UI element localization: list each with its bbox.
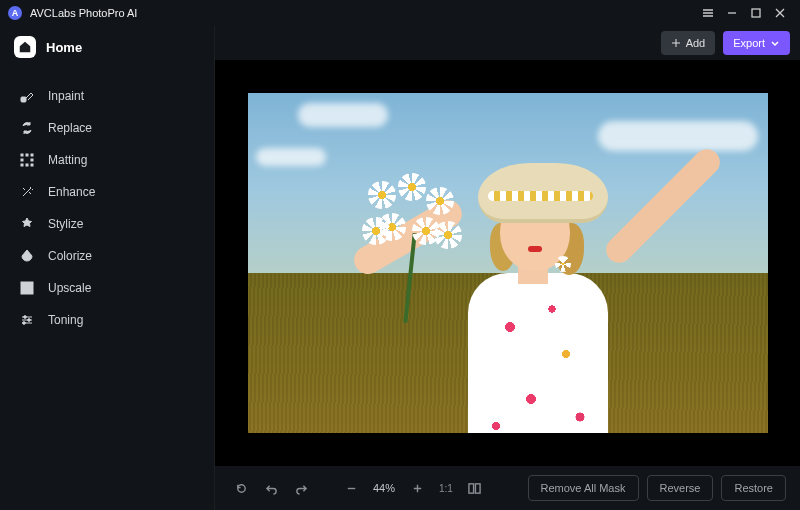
enhance-icon [18,183,36,201]
remove-mask-label: Remove All Mask [541,482,626,494]
add-label: Add [686,37,706,49]
toning-icon [18,311,36,329]
sidebar-item-label: Inpaint [48,89,84,103]
sidebar-item-label: Enhance [48,185,95,199]
remove-all-mask-button[interactable]: Remove All Mask [528,475,639,501]
zoom-percent: 44% [369,482,399,494]
svg-point-13 [23,322,26,325]
bottom-toolbar: 44% 1:1 Remove All Mask Reverse [215,466,800,510]
zoom-out-button[interactable] [339,476,363,500]
svg-rect-6 [31,159,33,161]
redo-button[interactable] [289,476,313,500]
compare-button[interactable] [463,476,487,500]
canvas-area[interactable] [215,60,800,466]
compare-icon [468,482,481,495]
svg-rect-4 [31,154,33,156]
inpaint-icon [18,87,36,105]
sidebar-item-stylize[interactable]: Stylize [0,208,214,240]
plus-icon [671,38,681,48]
svg-rect-5 [21,159,23,161]
photo-preview [248,93,768,433]
zoom-actual-button[interactable]: 1:1 [435,476,457,500]
close-icon [774,7,786,19]
main-panel: Add Export [214,26,800,510]
matting-icon [18,151,36,169]
export-label: Export [733,37,765,49]
restore-label: Restore [734,482,773,494]
title-bar: A AVCLabs PhotoPro AI [0,0,800,26]
sidebar-item-enhance[interactable]: Enhance [0,176,214,208]
minimize-icon [726,7,738,19]
sidebar-item-label: Colorize [48,249,92,263]
top-toolbar: Add Export [215,26,800,60]
reverse-button[interactable]: Reverse [647,475,714,501]
sidebar: Home Inpaint Replace Matting Enhance Sty… [0,26,214,510]
sidebar-item-label: Replace [48,121,92,135]
home-label: Home [46,40,82,55]
sidebar-item-replace[interactable]: Replace [0,112,214,144]
refresh-icon [235,482,248,495]
add-button[interactable]: Add [661,31,716,55]
undo-icon [265,482,278,495]
svg-rect-2 [21,154,23,156]
upscale-icon [18,279,36,297]
sidebar-item-label: Matting [48,153,87,167]
svg-point-11 [24,316,27,319]
plus-icon [411,482,424,495]
svg-rect-1 [21,97,26,102]
minimize-button[interactable] [720,0,744,26]
svg-rect-8 [26,164,28,166]
svg-rect-15 [476,483,481,492]
sidebar-item-upscale[interactable]: Upscale [0,272,214,304]
app-logo-icon: A [8,6,22,20]
home-icon [14,36,36,58]
replace-icon [18,119,36,137]
undo-button[interactable] [259,476,283,500]
stylize-icon [18,215,36,233]
menu-button[interactable] [696,0,720,26]
home-button[interactable]: Home [0,32,214,70]
hamburger-icon [702,7,714,19]
export-button[interactable]: Export [723,31,790,55]
close-button[interactable] [768,0,792,26]
chevron-down-icon [770,38,780,48]
app-title: AVCLabs PhotoPro AI [30,7,137,19]
tool-list: Inpaint Replace Matting Enhance Stylize … [0,70,214,336]
refresh-button[interactable] [229,476,253,500]
sidebar-item-label: Toning [48,313,83,327]
restore-button[interactable]: Restore [721,475,786,501]
svg-point-12 [28,319,31,322]
maximize-icon [750,7,762,19]
zoom-in-button[interactable] [405,476,429,500]
colorize-icon [18,247,36,265]
svg-rect-9 [31,164,33,166]
sidebar-item-label: Upscale [48,281,91,295]
minus-icon [345,482,358,495]
svg-rect-7 [21,164,23,166]
sidebar-item-inpaint[interactable]: Inpaint [0,80,214,112]
sidebar-item-label: Stylize [48,217,83,231]
sidebar-item-matting[interactable]: Matting [0,144,214,176]
zoom-ratio-label: 1:1 [439,483,453,494]
svg-rect-14 [469,483,474,492]
svg-rect-3 [26,154,28,156]
sidebar-item-toning[interactable]: Toning [0,304,214,336]
maximize-button[interactable] [744,0,768,26]
svg-rect-0 [752,9,760,17]
reverse-label: Reverse [660,482,701,494]
redo-icon [295,482,308,495]
sidebar-item-colorize[interactable]: Colorize [0,240,214,272]
